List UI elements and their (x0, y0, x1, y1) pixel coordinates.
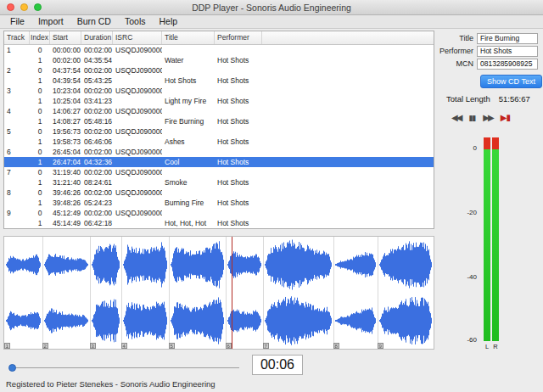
meter-scale-60: -60 (451, 336, 477, 344)
table-row[interactable]: 4014:06:2700:02:00USQDJ0900004 (4, 106, 434, 116)
menu-item-tools[interactable]: Tools (118, 15, 153, 28)
meter-bar-right (492, 137, 499, 341)
cell-index: 0 (30, 126, 50, 137)
table-row[interactable]: 5019:56:7300:02:00USQDJ0900005 (4, 126, 434, 137)
cell-track: 1 (4, 45, 30, 55)
seek-slider-thumb[interactable] (8, 364, 16, 372)
cell-start: 39:48:26 (50, 198, 81, 208)
waveform-display[interactable] (3, 236, 434, 350)
cell-filler (262, 208, 434, 218)
cell-title (162, 45, 215, 55)
cell-filler (262, 55, 434, 65)
title-bar: DDP Player - Sonoris Audio Engineering (0, 0, 543, 15)
cell-index: 1 (30, 96, 50, 106)
cell-duration: 05:48:16 (81, 116, 113, 126)
column-header-track[interactable]: Track (4, 31, 30, 44)
table-row[interactable]: 1000:00:0000:02:00USQDJ0900001 (4, 45, 434, 55)
cell-filler (262, 116, 434, 126)
zoom-button[interactable] (34, 3, 42, 11)
table-row[interactable]: 139:48:2605:24:23Burning FireHot Shots (4, 198, 434, 208)
cell-performer: Hot Shots (215, 76, 262, 86)
cell-duration: 00:02:00 (81, 86, 113, 96)
cell-isrc (113, 177, 162, 188)
cell-title: Light my Fire (162, 96, 215, 106)
close-button[interactable] (7, 3, 14, 11)
menu-item-burn-cd[interactable]: Burn CD (70, 15, 118, 28)
column-header-index[interactable]: Index (30, 31, 50, 44)
cell-index: 0 (30, 188, 50, 198)
cell-performer: Hot Shots (215, 55, 262, 65)
table-row[interactable]: 126:47:0404:32:36CoolHot Shots (4, 157, 434, 167)
track-table-header: Track Index Start Duration ISRC Title Pe… (4, 31, 434, 45)
cell-track: 8 (4, 188, 30, 198)
cell-duration: 05:43:25 (81, 76, 113, 86)
cell-isrc: USQDJ0900009 (113, 208, 162, 218)
table-row[interactable]: 8039:46:2600:02:00USQDJ0900008 (4, 188, 434, 198)
cell-performer: Hot Shots (215, 96, 262, 106)
time-display: 00:06 (252, 355, 303, 375)
cell-index: 1 (30, 177, 50, 188)
cell-index: 1 (30, 218, 50, 228)
column-header-duration[interactable]: Duration (81, 31, 113, 44)
waveform-canvas[interactable] (4, 237, 434, 349)
fast-forward-button[interactable]: ▶▶ (483, 112, 492, 124)
cell-start: 31:21:40 (50, 177, 81, 188)
skip-to-end-button[interactable]: ▶▮ (501, 112, 510, 124)
cell-start: 26:45:04 (50, 147, 81, 157)
table-row[interactable]: 6026:45:0400:02:00USQDJ0900006 (4, 147, 434, 157)
table-row[interactable]: 9045:12:4900:02:00USQDJ0900009 (4, 208, 434, 218)
cell-title: Burning Fire (162, 198, 215, 208)
title-field[interactable]: Fire Burning (477, 33, 538, 44)
cell-index: 1 (30, 198, 50, 208)
pause-button[interactable]: ▮▮ (468, 112, 475, 124)
table-row[interactable]: 110:25:0403:41:23Light my FireHot Shots (4, 96, 434, 106)
rewind-button[interactable]: ◀◀ (451, 112, 461, 124)
cell-isrc: USQDJ0900008 (113, 188, 162, 198)
column-header-title[interactable]: Title (162, 31, 215, 44)
table-row[interactable]: 145:14:4906:42:18Hot, Hot, HotHot Shots (4, 218, 434, 228)
cell-index: 1 (30, 55, 50, 65)
cell-start: 45:14:49 (50, 218, 81, 228)
table-row[interactable]: 119:58:7306:46:06AshesHot Shots (4, 137, 434, 147)
table-row[interactable]: 7031:19:4000:02:00USQDJ0900007 (4, 167, 434, 177)
cell-performer (215, 188, 262, 198)
menu-item-import[interactable]: Import (31, 15, 70, 28)
table-row[interactable]: 3010:23:0400:02:00USQDJ0900003 (4, 86, 434, 96)
cell-filler (262, 198, 434, 208)
menu-item-file[interactable]: File (3, 15, 31, 28)
table-row[interactable]: 2004:37:5400:02:00USQDJ0900002 (4, 65, 434, 76)
column-header-isrc[interactable]: ISRC (113, 31, 162, 44)
cell-duration: 06:46:06 (81, 137, 113, 147)
menu-item-help[interactable]: Help (152, 15, 184, 28)
cell-isrc: USQDJ0900003 (113, 86, 162, 96)
mcn-field[interactable]: 0813285908925 (477, 59, 538, 70)
table-row[interactable]: 100:02:0004:35:54WaterHot Shots (4, 55, 434, 65)
cell-duration: 03:41:23 (81, 96, 113, 106)
table-row[interactable]: 104:39:5405:43:25Hot ShotsHot Shots (4, 76, 434, 86)
column-header-start[interactable]: Start (50, 31, 81, 44)
cell-title: Hot Shots (162, 76, 215, 86)
meter-red-segment (484, 137, 490, 149)
column-header-performer[interactable]: Performer (215, 31, 262, 44)
cell-title (162, 147, 215, 157)
traffic-lights (7, 3, 42, 11)
cell-start: 10:25:04 (50, 96, 81, 106)
registration-status: Registered to Pieter Stenekes - Sonoris … (6, 379, 216, 389)
cell-track (4, 198, 30, 208)
cell-index: 1 (30, 76, 50, 86)
cell-filler (262, 167, 434, 177)
cell-performer: Hot Shots (215, 177, 262, 188)
cell-title (162, 86, 215, 96)
show-cd-text-button[interactable]: Show CD Text (480, 75, 542, 88)
cell-filler (262, 177, 434, 188)
cell-track: 3 (4, 86, 30, 96)
minimize-button[interactable] (20, 3, 28, 11)
performer-field[interactable]: Hot Shots (477, 46, 538, 57)
table-row[interactable]: 131:21:4008:24:61SmokeHot Shots (4, 177, 434, 188)
cell-title (162, 106, 215, 116)
cell-duration: 00:02:00 (81, 106, 113, 116)
cell-duration: 08:24:61 (81, 177, 113, 188)
table-row[interactable]: 114:08:2705:48:16Fire BurningHot Shots (4, 116, 434, 126)
cell-filler (262, 188, 434, 198)
seek-slider-track[interactable] (12, 367, 239, 368)
